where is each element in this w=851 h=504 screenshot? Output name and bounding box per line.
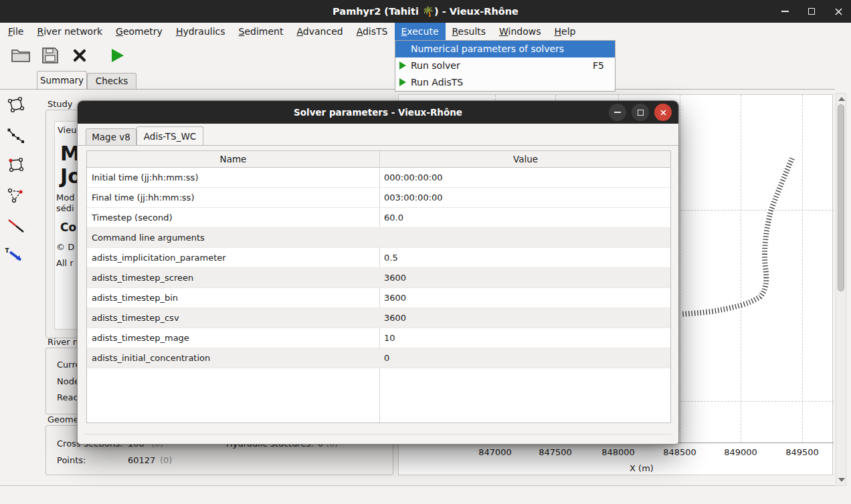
menu-item-run-adists[interactable]: Run AdisTS <box>395 74 615 91</box>
play-icon <box>399 78 406 86</box>
x-tick-label: 847000 <box>475 447 515 457</box>
param-value-cell[interactable]: 0.5 <box>384 248 398 268</box>
sidebar-tool-network[interactable] <box>5 94 26 116</box>
menu-item-label: Run AdisTS <box>411 77 463 88</box>
table-header-name[interactable]: Name <box>87 151 379 168</box>
table-row[interactable]: Final time (jj:hh:mm:ss) 003:00:00:00 <box>87 188 670 208</box>
tab-adis-ts-wc[interactable]: Adis-TS_WC <box>136 126 203 145</box>
slope-icon <box>6 216 25 235</box>
menu-file[interactable]: File <box>1 23 30 40</box>
tab-summary[interactable]: Summary <box>37 71 87 89</box>
param-value-cell[interactable]: 3600 <box>384 308 406 328</box>
network-graph-icon <box>6 96 25 114</box>
close-study-button[interactable] <box>68 43 91 68</box>
param-name-cell: adists_initial_concentration <box>92 348 210 368</box>
param-name-cell: Final time (jj:hh:mm:ss) <box>92 188 194 208</box>
table-row[interactable]: adists_implicitation_parameter 0.5 <box>87 248 670 268</box>
tab-mage-v8[interactable]: Mage v8 <box>86 128 136 145</box>
menu-item-run-solver[interactable]: Run solver F5 <box>395 57 615 74</box>
stat-suffix: (0) <box>160 455 172 465</box>
maximize-button[interactable] <box>806 5 818 17</box>
table-row[interactable]: adists_timestep_csv 3600 <box>87 308 670 328</box>
save-study-button[interactable] <box>39 43 62 68</box>
study-copyright-fragment: © D <box>56 242 74 252</box>
table-row[interactable]: adists_timestep_bin 3600 <box>87 288 670 308</box>
tab-checks[interactable]: Checks <box>87 73 136 89</box>
x-axis-label: X (m) <box>618 463 665 473</box>
dialog-close-button[interactable] <box>654 104 672 121</box>
river-network-group-title: River n <box>48 337 78 347</box>
stat-value: 60127 <box>128 455 155 465</box>
sidebar-tool-profile[interactable] <box>5 124 26 146</box>
param-value-cell[interactable]: 003:00:00:00 <box>384 188 443 208</box>
table-row[interactable]: adists_timestep_mage 10 <box>87 328 670 348</box>
scroll-handle[interactable] <box>838 104 844 291</box>
run-play-icon <box>108 47 126 64</box>
menu-geometry[interactable]: Geometry <box>109 23 169 40</box>
param-value-cell[interactable]: 3600 <box>384 288 406 308</box>
param-name-cell: adists_implicitation_parameter <box>92 248 226 268</box>
table-header-value[interactable]: Value <box>379 151 671 168</box>
play-icon <box>399 61 406 70</box>
open-study-button[interactable] <box>9 43 32 68</box>
menu-execute[interactable]: Execute <box>395 23 446 40</box>
table-row[interactable]: adists_timestep_screen 3600 <box>87 268 670 288</box>
dialog-minimize-button[interactable] <box>609 104 626 121</box>
parameters-table: Name Value Initial time (jj:hh:mm:ss) 00… <box>86 150 671 423</box>
menu-sediment[interactable]: Sediment <box>232 23 290 40</box>
menu-windows[interactable]: Windows <box>492 23 548 40</box>
side-toolbar: T <box>0 89 30 486</box>
table-row[interactable]: adists_initial_concentration 0 <box>87 348 670 368</box>
menu-advanced[interactable]: Advanced <box>290 23 349 40</box>
study-desc-line2: sédi <box>56 203 74 213</box>
x-tick-label: 847500 <box>535 447 575 457</box>
close-study-icon <box>71 47 88 64</box>
run-solver-button[interactable] <box>106 43 128 68</box>
maximize-icon <box>638 110 644 116</box>
scroll-up-icon[interactable] <box>838 97 845 101</box>
dialog-titlebar: Solver parameters - Vieux-Rhône <box>78 101 678 124</box>
sidebar-tool-mesh[interactable] <box>5 184 26 206</box>
vertical-scrollbar[interactable] <box>836 93 846 486</box>
scroll-down-icon[interactable] <box>838 478 845 482</box>
menu-item-numerical-parameters[interactable]: Numerical parameters of solvers <box>395 41 615 57</box>
table-row[interactable]: Initial time (jj:hh:mm:ss) 000:00:00:00 <box>87 168 670 188</box>
menu-results[interactable]: Results <box>446 23 493 40</box>
param-value-cell[interactable]: 0 <box>384 348 389 368</box>
profile-points-icon <box>6 126 25 144</box>
sidebar-tool-slope[interactable] <box>5 215 26 236</box>
floppy-icon <box>41 46 60 65</box>
param-value-cell[interactable]: 60.0 <box>384 208 403 228</box>
close-button[interactable] <box>832 5 844 17</box>
river-network-row3: Reac <box>57 392 78 402</box>
param-value-cell[interactable]: 3600 <box>384 268 406 288</box>
sidebar-tool-nodes[interactable] <box>5 154 26 176</box>
maximize-icon <box>808 8 815 15</box>
close-icon <box>834 7 843 16</box>
param-name-cell: adists_timestep_csv <box>92 308 179 328</box>
mesh-icon <box>6 186 25 205</box>
param-value-cell[interactable]: 10 <box>384 328 395 348</box>
dialog-maximize-button[interactable] <box>632 104 649 121</box>
translation-t-label: T <box>5 247 9 254</box>
table-row[interactable]: Command line arguments <box>87 228 670 248</box>
x-tick-label: 849000 <box>721 447 761 457</box>
sidebar-tool-translation[interactable]: T <box>5 245 26 266</box>
menu-item-label: Numerical parameters of solvers <box>411 43 564 54</box>
study-desc-line1: Mod <box>56 193 74 203</box>
minimize-icon <box>614 112 621 113</box>
x-tick-label: 848500 <box>660 447 700 457</box>
menu-adists[interactable]: AdisTS <box>350 23 395 40</box>
minimize-button[interactable] <box>779 5 791 17</box>
table-row[interactable]: Timestep (second) 60.0 <box>87 208 670 228</box>
menu-help[interactable]: Help <box>548 23 583 40</box>
network-red-node-icon <box>6 156 25 174</box>
x-tick-label: 849500 <box>782 447 822 457</box>
stat-label: Points: <box>57 455 86 465</box>
menubar: File River network Geometry Hydraulics S… <box>0 23 851 40</box>
execute-menu: Numerical parameters of solvers Run solv… <box>395 40 616 92</box>
param-value-cell[interactable]: 000:00:00:00 <box>384 168 443 188</box>
menu-hydraulics[interactable]: Hydraulics <box>169 23 232 40</box>
close-icon <box>660 109 667 116</box>
menu-river-network[interactable]: River network <box>30 23 109 40</box>
